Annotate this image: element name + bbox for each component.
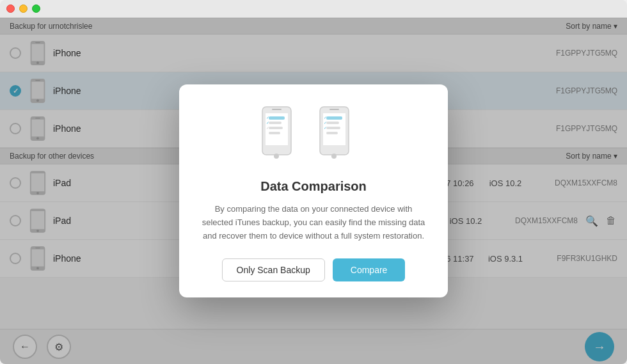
compare-button[interactable]: Compare [333, 258, 406, 281]
svg-text:✓: ✓ [324, 116, 327, 120]
svg-text:✓: ✓ [324, 121, 327, 125]
minimize-button[interactable] [19, 4, 28, 13]
svg-rect-27 [269, 132, 280, 134]
svg-text:✓: ✓ [266, 116, 269, 120]
svg-text:✓: ✓ [324, 126, 327, 130]
svg-rect-25 [269, 122, 282, 124]
svg-rect-35 [326, 116, 342, 120]
svg-text:✓: ✓ [266, 121, 269, 125]
modal-overlay[interactable]: ✓ ✓ ✓ ✓ ✓ [0, 18, 627, 364]
modal-title: Data Comparison [260, 179, 367, 194]
svg-point-31 [274, 154, 279, 159]
close-button[interactable] [6, 4, 15, 13]
data-comparison-modal: ✓ ✓ ✓ ✓ ✓ [179, 84, 448, 297]
maximize-button[interactable] [32, 4, 40, 13]
svg-point-42 [331, 154, 337, 159]
svg-text:✓: ✓ [266, 126, 269, 130]
svg-rect-36 [326, 122, 339, 124]
scan-backup-button[interactable]: Only Scan Backup [222, 258, 325, 281]
modal-buttons: Only Scan Backup Compare [222, 258, 406, 281]
svg-rect-24 [269, 116, 285, 120]
modal-description: By comparing the data on your connected … [198, 203, 429, 242]
modal-illustration: ✓ ✓ ✓ ✓ ✓ [259, 104, 368, 168]
svg-rect-26 [269, 127, 283, 129]
svg-rect-43 [329, 109, 339, 110]
svg-rect-37 [326, 127, 340, 129]
phone-right-icon: ✓ ✓ ✓ [317, 104, 368, 168]
phone-left-icon: ✓ ✓ ✓ [259, 104, 310, 168]
app-window: If your bac kup folder. Backup for urnot… [0, 0, 627, 364]
svg-rect-32 [272, 109, 282, 110]
svg-rect-38 [326, 132, 338, 134]
main-content: If your bac kup folder. Backup for urnot… [0, 18, 627, 364]
titlebar [0, 0, 627, 18]
